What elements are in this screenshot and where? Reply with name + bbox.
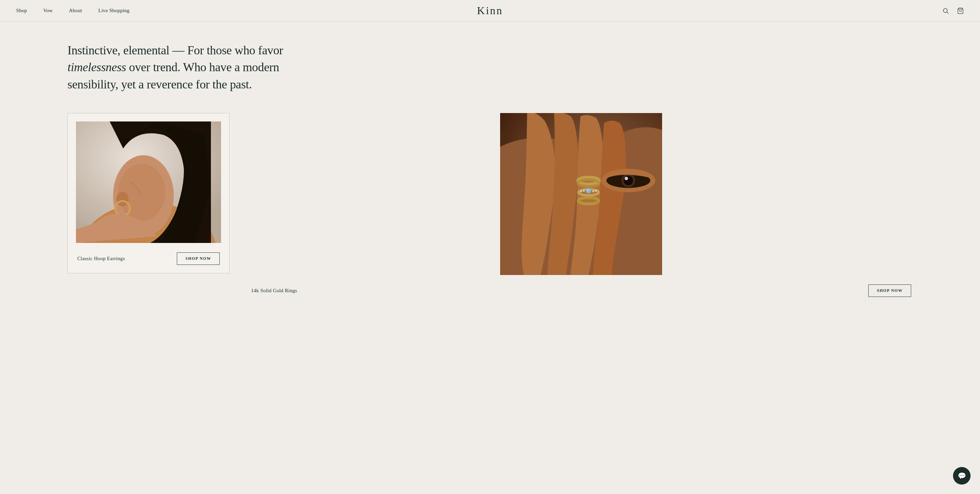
products-grid: Classic Hoop Earrings SHOP NOW <box>0 106 980 317</box>
earrings-product-name: Classic Hoop Earrings <box>77 256 125 262</box>
earrings-image-container <box>76 121 221 244</box>
nav-right-icons <box>942 8 964 14</box>
rings-info-row: 14k Solid Gold Rings SHOP NOW <box>250 284 913 297</box>
search-icon[interactable] <box>942 8 949 14</box>
hero-text-part1: Instinctive, elemental — For those who f… <box>67 43 283 57</box>
nav-shop-link[interactable]: Shop <box>16 8 27 13</box>
nav-left-links: Shop Vow About Live Shopping <box>16 8 130 13</box>
svg-point-7 <box>118 164 165 221</box>
nav-about-link[interactable]: About <box>69 8 82 13</box>
earrings-shop-now-button[interactable]: SHOP NOW <box>177 253 220 265</box>
rings-product-card: 14k Solid Gold Rings SHOP NOW <box>250 113 913 297</box>
rings-image <box>250 113 913 275</box>
cart-icon[interactable] <box>957 8 964 14</box>
rings-shop-now-button[interactable]: SHOP NOW <box>868 284 911 297</box>
hero-italic: timelessness <box>67 60 126 74</box>
rings-product-name: 14k Solid Gold Rings <box>251 288 297 294</box>
nav-vow-link[interactable]: Vow <box>43 8 52 13</box>
earrings-info-row: Classic Hoop Earrings SHOP NOW <box>76 253 221 265</box>
svg-line-1 <box>947 12 949 13</box>
chat-icon: 💬 <box>958 472 966 480</box>
nav-live-shopping-link[interactable]: Live Shopping <box>98 8 130 13</box>
earrings-product-card: Classic Hoop Earrings SHOP NOW <box>67 113 229 273</box>
hero-tagline: Instinctive, elemental — For those who f… <box>67 42 304 93</box>
earrings-image <box>76 121 221 243</box>
svg-rect-37 <box>500 113 662 275</box>
site-logo[interactable]: Kinn <box>477 5 503 17</box>
rings-image-container <box>250 113 913 276</box>
hero-section: Instinctive, elemental — For those who f… <box>0 22 371 106</box>
svg-point-0 <box>943 8 947 13</box>
navigation: Shop Vow About Live Shopping Kinn <box>0 0 980 22</box>
chat-bubble-button[interactable]: 💬 <box>953 467 970 484</box>
svg-point-8 <box>116 192 129 206</box>
